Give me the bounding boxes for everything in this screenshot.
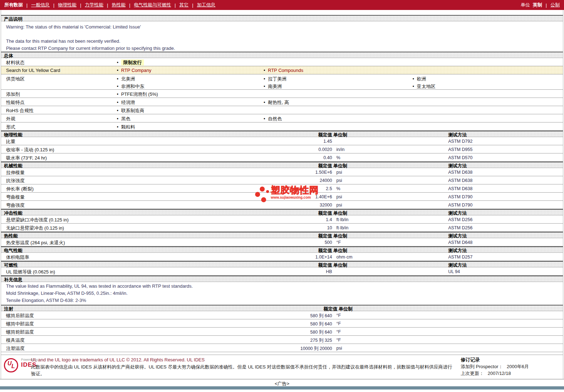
section-header-electrical: 电气性能 额定值 单位制 测试方法 bbox=[1, 246, 563, 253]
property-row: 螺筒后部温度 580 到 640 °F bbox=[1, 311, 563, 319]
row-label: 形式 bbox=[6, 124, 15, 130]
nav-tab-physical[interactable]: 物理性能 bbox=[58, 2, 77, 8]
section-header-thermal: 热性能 额定值 单位制 测试方法 bbox=[1, 232, 563, 238]
ad-placeholder: <广告> bbox=[0, 380, 564, 386]
row-forms: 形式 •颗粒料 bbox=[1, 122, 563, 131]
nav-tab-other[interactable]: 其它 bbox=[179, 2, 188, 8]
row-label: 供货地区 bbox=[6, 76, 25, 82]
property-row: UL 阻燃等级 (0.0625 in) HB UL 94 bbox=[1, 267, 563, 276]
bullet-icon: • bbox=[264, 84, 268, 89]
forms-value: 颗粒料 bbox=[121, 124, 135, 130]
unit-label: 单位 bbox=[521, 2, 530, 8]
row-ul-yellow-card: Search for UL Yellow Card •RTP Company •… bbox=[1, 66, 563, 74]
row-label: 材料状态 bbox=[6, 59, 25, 66]
nav-tab-all-data[interactable]: 所有数据 bbox=[4, 2, 23, 8]
supplemental-line: Tensile Elongation, ASTM D-638: 2-3% bbox=[1, 297, 563, 304]
rtp-compounds-link[interactable]: RTP Compounds bbox=[268, 68, 303, 73]
row-label: 外观 bbox=[6, 116, 15, 122]
row-label: 性能特点 bbox=[6, 99, 25, 106]
row-rohs: RoHS 合规性 •联系制造商 bbox=[1, 106, 563, 114]
availability-item: 拉丁美洲 bbox=[268, 76, 286, 82]
nav-separator: | bbox=[546, 2, 547, 8]
revision-title: 修订记录 bbox=[461, 356, 529, 363]
property-row: 螺筒前部温度 580 到 640 °F bbox=[1, 328, 563, 336]
property-row: 拉伸模量 1.50E+6 psi ASTM D638 bbox=[1, 168, 563, 176]
section-header-general: 总体 bbox=[1, 52, 563, 58]
description-line: Warning: The status of this material is … bbox=[1, 23, 563, 31]
property-row: 注塑温度 10000 到 20000 psi bbox=[1, 344, 563, 352]
row-availability: 供货地区 •北美洲 •拉丁美洲 •欧洲 •非洲和中东 •南美洲 •亚太地区 bbox=[1, 74, 563, 90]
section-header-product-description: 产品说明 bbox=[1, 15, 563, 21]
bullet-icon: • bbox=[117, 116, 121, 121]
bullet-icon: • bbox=[117, 108, 121, 113]
property-row: 收缩率 - 流动 (0.125 in) 0.0020 in/in ASTM D9… bbox=[1, 145, 563, 153]
section-title: 产品说明 bbox=[4, 16, 22, 22]
trademark-line: UL and the UL logo are trademarks of UL … bbox=[31, 357, 205, 362]
property-row: 比重 1.45 ASTM D792 bbox=[1, 137, 563, 145]
row-label: 添加剂 bbox=[6, 91, 20, 98]
property-row: 弯曲模量 1.40E+6 psi ASTM D790 bbox=[1, 193, 563, 201]
nav-separator: | bbox=[107, 2, 108, 8]
property-row: 悬壁梁缺口冲击强度 (0.125 in) 1.4 ft·lb/in ASTM D… bbox=[1, 215, 563, 224]
section-header-supplemental: 补充信息 bbox=[1, 276, 563, 282]
bullet-icon: • bbox=[117, 100, 121, 105]
description-line: The data for this material has not been … bbox=[1, 38, 563, 45]
feature-item: 经润滑 bbox=[121, 100, 135, 105]
property-row: 弯曲强度 32000 psi ASTM D790 bbox=[1, 201, 563, 209]
section-header-injection: 注射 额定值 单位制 bbox=[1, 305, 563, 311]
description-line: Please contact RTP Company for current i… bbox=[1, 45, 563, 52]
footer: UL Powered by IDES UL and the UL logo ar… bbox=[1, 355, 563, 379]
appearance-item: 黑色 bbox=[121, 116, 130, 121]
nav-separator: | bbox=[53, 2, 54, 8]
top-navbar: 所有数据 | 一般信息 | 物理性能 | 力学性能 | 热性能 | 电气性能与可… bbox=[0, 0, 564, 10]
bullet-icon: • bbox=[117, 125, 121, 130]
row-appearance: 外观 •黑色 •自然色 bbox=[1, 114, 563, 122]
material-status-value: 限制发行 bbox=[121, 59, 144, 66]
nav-tab-electrical-flammability[interactable]: 电气性能与可燃性 bbox=[134, 2, 171, 8]
revision-updated-line: 上次更新： 2007/12/18 bbox=[461, 370, 529, 377]
availability-item: 非洲和中东 bbox=[121, 84, 144, 89]
bullet-icon: • bbox=[117, 92, 121, 97]
nav-separator: | bbox=[192, 2, 193, 8]
row-material-status: 材料状态 •限制发行 bbox=[1, 58, 563, 66]
availability-item: 亚太地区 bbox=[417, 84, 435, 89]
bullet-icon: • bbox=[264, 116, 268, 121]
availability-item: 南美洲 bbox=[268, 84, 282, 89]
nav-tab-thermal[interactable]: 热性能 bbox=[112, 2, 126, 8]
property-row: 抗张强度 24000 psi ASTM D638 bbox=[1, 176, 563, 184]
nav-tab-general-info[interactable]: 一般信息 bbox=[31, 2, 50, 8]
nav-tab-processing[interactable]: 加工信息 bbox=[197, 2, 216, 8]
section-header-impact: 冲击性能 额定值 单位制 测试方法 bbox=[1, 209, 563, 215]
unit-metric-link[interactable]: 公制 bbox=[550, 2, 560, 8]
bullet-icon: • bbox=[413, 84, 417, 89]
row-additive: 添加剂 •PTFE润滑剂 (5%) bbox=[1, 90, 563, 98]
ul-logo-icon[interactable]: UL bbox=[4, 358, 18, 372]
property-row: 伸长率 (断裂) 2.5 % ASTM D638 bbox=[1, 184, 563, 193]
nav-separator: | bbox=[26, 2, 27, 8]
nav-separator: | bbox=[129, 2, 130, 8]
unit-english-current: 英制 bbox=[533, 2, 542, 8]
property-row: 无缺口悬臂梁冲击 (0.125 in) 10 ft·lb/in ASTM D25… bbox=[1, 224, 563, 232]
nav-separator: | bbox=[80, 2, 81, 8]
bullet-icon: • bbox=[264, 68, 268, 73]
rohs-value: 联系制造商 bbox=[121, 108, 144, 113]
availability-item: 欧洲 bbox=[417, 76, 426, 82]
property-row: 模具温度 275 到 325 °F bbox=[1, 336, 563, 344]
description-line bbox=[1, 31, 563, 38]
section-header-flammability: 可燃性 额定值 单位制 测试方法 bbox=[1, 261, 563, 267]
property-row: 螺筒中部温度 580 到 640 °F bbox=[1, 319, 563, 328]
section-title: 补充信息 bbox=[4, 277, 22, 283]
revision-record: 修订记录 添加到 Prospector： 2000年6月 上次更新： 2007/… bbox=[461, 356, 529, 377]
additive-value: PTFE润滑剂 (5%) bbox=[121, 92, 158, 97]
rtp-company-link[interactable]: RTP Company bbox=[121, 68, 151, 73]
nav-tab-mechanical[interactable]: 力学性能 bbox=[85, 2, 103, 8]
nav-separator: | bbox=[175, 2, 176, 8]
bullet-icon: • bbox=[117, 68, 121, 73]
bullet-icon: • bbox=[264, 100, 268, 105]
bullet-icon: • bbox=[117, 84, 121, 89]
datasheet-page: 所有数据 | 一般信息 | 物理性能 | 力学性能 | 热性能 | 电气性能与可… bbox=[0, 0, 564, 392]
property-row: 体积电阻率 1.0E+14 ohm·cm ASTM D257 bbox=[1, 253, 563, 261]
supplemental-line: Mold Shrinkage, Linear-Flow, ASTM D-955,… bbox=[1, 290, 563, 297]
content-area: 产品说明 Warning: The status of this materia… bbox=[1, 10, 563, 379]
bullet-icon: • bbox=[413, 77, 417, 82]
